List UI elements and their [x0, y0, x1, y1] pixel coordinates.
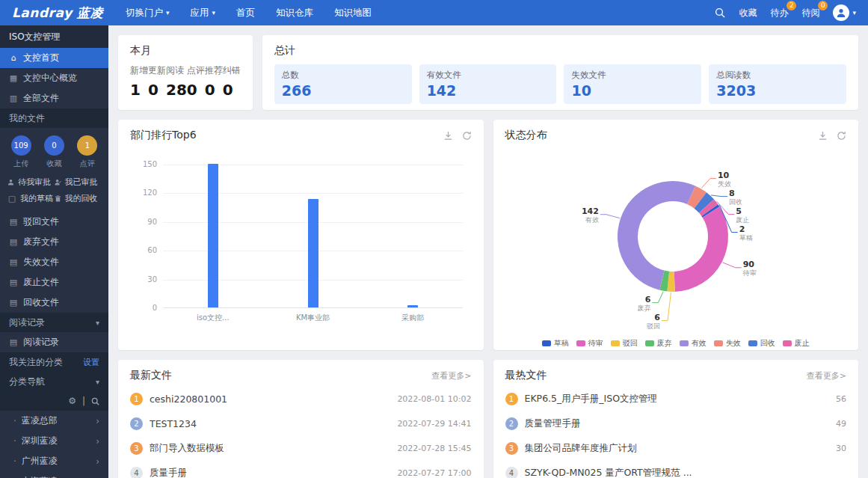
- month-stats: 新增 1 更新 0 阅读 28 点评 0: [130, 64, 241, 99]
- nav-item-switch-portal[interactable]: 切换门户 ▾: [126, 7, 170, 19]
- list-item[interactable]: 1 ceshi220801001 2022-08-01 10:02: [130, 387, 472, 411]
- chevron-right-icon: ›: [96, 436, 99, 447]
- legend-swatch: [680, 340, 689, 346]
- favorites-link[interactable]: 收藏: [739, 7, 757, 19]
- gear-icon[interactable]: ⚙: [68, 396, 76, 406]
- link-pending-approval[interactable]: 待我审批: [7, 177, 55, 188]
- latest-files-list: 1 ceshi220801001 2022-08-01 10:02 2 TEST…: [130, 387, 472, 478]
- list-item[interactable]: 1 EKP6.5_用户手册_ISO文控管理 56: [505, 387, 847, 411]
- section-category-nav[interactable]: 分类导航 ▾: [0, 372, 108, 391]
- stat-favorites[interactable]: 0 收藏: [44, 135, 64, 169]
- nav-item-knowledge-repo[interactable]: 知识仓库: [276, 7, 313, 19]
- list-item[interactable]: 4 SZYK-QD-MN025 量产ORT管理规范 ...: [505, 461, 847, 478]
- refresh-icon[interactable]: [462, 131, 472, 141]
- sidebar-item-invalid-files[interactable]: ▤ 失效文件: [0, 252, 108, 272]
- bar[interactable]: [208, 164, 218, 307]
- nav-item-apps[interactable]: 应用 ▾: [190, 7, 215, 19]
- y-axis-tick: 30: [132, 275, 157, 284]
- link-my-recycle[interactable]: 我的回收: [55, 193, 102, 204]
- card-title: 最新文件: [130, 369, 172, 382]
- stat-commented: 点评 0: [187, 64, 205, 99]
- trash-icon: [55, 195, 61, 202]
- category-item-hq[interactable]: · 蓝凌总部 ›: [0, 411, 108, 431]
- view-more-link[interactable]: 查看更多>: [807, 370, 846, 382]
- medal-icon: 3: [130, 442, 143, 455]
- user-menu[interactable]: ▾: [833, 4, 856, 21]
- document-icon: ▤: [9, 257, 18, 267]
- list-item[interactable]: 2 TEST1234 2022-07-29 14:41: [130, 411, 472, 436]
- section-my-files: 我的文件: [0, 108, 108, 128]
- stat-updated: 更新 0: [148, 64, 166, 99]
- stat-recommended: 推荐 0: [205, 64, 223, 99]
- legend-item[interactable]: 待审: [576, 338, 603, 349]
- app-logo[interactable]: Landray 蓝凌: [12, 4, 103, 22]
- view-more-link[interactable]: 查看更多>: [431, 370, 471, 382]
- todo-link[interactable]: 待办 2: [770, 7, 788, 19]
- sidebar-item-discarded-files[interactable]: ▤ 废弃文件: [0, 232, 108, 252]
- legend-item[interactable]: 废止: [783, 338, 810, 349]
- medal-icon: 1: [505, 393, 518, 405]
- stat-new: 新增 1: [130, 64, 148, 99]
- stat-uploads[interactable]: 109 上传: [11, 135, 31, 169]
- quick-links: 待我审批 我已审批 ▢ 我的草稿 我的回收: [0, 175, 108, 212]
- link-my-drafts[interactable]: ▢ 我的草稿: [7, 193, 55, 204]
- list-item[interactable]: 2 质量管理手册 49: [505, 411, 847, 436]
- nav-item-knowledge-map[interactable]: 知识地图: [334, 7, 372, 19]
- bar[interactable]: [308, 199, 318, 307]
- legend-item[interactable]: 有效: [680, 338, 707, 349]
- refresh-icon[interactable]: [837, 131, 846, 141]
- search-icon[interactable]: [715, 7, 725, 18]
- label-connector: [662, 292, 671, 321]
- category-item-shenzhen[interactable]: · 深圳蓝凌 ›: [0, 431, 108, 451]
- section-reading-records[interactable]: 阅读记录 ▾: [0, 313, 108, 332]
- category-item-shanghai[interactable]: · 上海蓝凌 ›: [0, 471, 108, 478]
- settings-link[interactable]: 设置: [83, 357, 99, 368]
- legend-item[interactable]: 回收: [748, 338, 775, 349]
- sidebar-item-doc-home[interactable]: ⌂ 文控首页: [0, 48, 108, 68]
- donut-chart: 10失效8回收5废止2草稿90待审6驳回6废弃142有效: [505, 144, 847, 337]
- bar[interactable]: [407, 305, 418, 307]
- medal-icon: 3: [505, 442, 518, 455]
- x-axis-label: 采购部: [379, 313, 446, 323]
- sidebar-item-recycled-files[interactable]: ▤ 回收文件: [0, 292, 108, 313]
- list-item[interactable]: 3 集团公司品牌年度推广计划 30: [505, 436, 847, 461]
- sidebar: ISO文控管理 ⌂ 文控首页 ▦ 文控中心概览 ▥ 全部文件 我的文件 109 …: [0, 25, 108, 478]
- search-icon[interactable]: [91, 397, 99, 405]
- legend-item[interactable]: 废弃: [645, 338, 672, 349]
- sidebar-item-all-files[interactable]: ▥ 全部文件: [0, 88, 108, 108]
- category-item-guangzhou[interactable]: · 广州蓝凌 ›: [0, 451, 108, 471]
- draft-icon: ▢: [7, 194, 16, 203]
- sidebar-item-rejected-files[interactable]: ▤ 驳回文件: [0, 212, 108, 232]
- link-approved-by-me[interactable]: 我已审批: [55, 177, 102, 188]
- legend-swatch: [783, 340, 792, 346]
- legend-item[interactable]: 草稿: [542, 338, 569, 349]
- sidebar-item-reading-records[interactable]: ▤ 阅读记录: [0, 332, 108, 352]
- legend-item[interactable]: 失效: [714, 338, 741, 349]
- legend-label: 驳回: [623, 338, 638, 349]
- legend-swatch: [611, 340, 620, 346]
- legend-label: 有效: [692, 338, 707, 349]
- segment-value-label: 10: [718, 171, 730, 180]
- stat-comments[interactable]: 1 点评: [77, 135, 97, 169]
- legend-item[interactable]: 驳回: [611, 338, 638, 349]
- nav-item-home[interactable]: 首页: [236, 7, 255, 19]
- toread-link[interactable]: 待阅 0: [801, 7, 819, 19]
- list-item[interactable]: 4 质量手册 2022-07-27 17:00: [130, 461, 472, 478]
- chevron-down-icon: ▾: [96, 378, 99, 386]
- legend-swatch: [714, 340, 723, 346]
- segment-name-label: 有效: [585, 216, 599, 224]
- sidebar-item-doc-center-overview[interactable]: ▦ 文控中心概览: [0, 68, 108, 88]
- legend-swatch: [576, 340, 585, 346]
- sidebar-item-abolished-files[interactable]: ▤ 废止文件: [0, 272, 108, 292]
- list-item[interactable]: 3 部门导入数据模板 2022-07-28 15:45: [130, 436, 472, 461]
- y-axis-tick: 90: [132, 218, 157, 226]
- stat-total-reads: 总阅读数 3203: [709, 64, 846, 104]
- download-icon[interactable]: [818, 131, 828, 141]
- stat-invalid-files: 失效文件 10: [564, 64, 701, 104]
- label-connector: [722, 263, 741, 268]
- legend-label: 草稿: [554, 338, 569, 349]
- y-axis-tick: 150: [132, 160, 157, 168]
- donut-segment[interactable]: [674, 206, 727, 292]
- download-icon[interactable]: [443, 131, 453, 141]
- card-title: 部门排行Top6: [130, 129, 197, 142]
